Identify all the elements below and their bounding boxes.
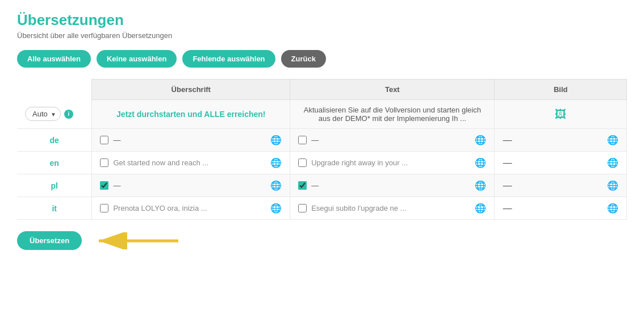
back-button[interactable]: Zurück [281,50,326,68]
select-all-button[interactable]: Alle auswählen [17,50,91,68]
image-dash: — [503,158,512,168]
text-cell: — 🌐 [290,129,495,152]
text-checkbox[interactable] [298,204,307,212]
text-cell: Esegui subito l'upgrade ne ... 🌐 [290,197,495,220]
heading-checkbox[interactable] [100,158,108,167]
arrow-indicator [93,232,184,249]
image-dash: — [503,181,512,191]
auto-row: Auto ▼ i Jetzt durchstarten und ALLE err… [17,100,627,129]
footer-area: Übersetzen [17,231,627,250]
text-content: Upgrade right away in your ... [311,158,470,167]
text-cell: — 🌐 [290,174,495,197]
text-checkbox[interactable] [298,158,307,167]
image-dash: — [503,203,512,214]
auto-select-cell[interactable]: Auto ▼ i [17,100,92,129]
table-row: it Prenota LOLYO ora, inizia ... 🌐 Esegu… [17,197,627,220]
heading-globe-icon[interactable]: 🌐 [270,157,282,168]
image-cell: — 🌐 [495,197,627,220]
auto-heading-cell: Jetzt durchstarten und ALLE erreichen! [92,100,290,129]
info-icon[interactable]: i [64,110,73,119]
image-globe-icon[interactable]: 🌐 [607,180,618,191]
image-globe-icon[interactable]: 🌐 [607,135,618,145]
heading-text: — [113,181,266,190]
heading-checkbox[interactable] [100,136,108,144]
table-row: pl — 🌐 — 🌐 — 🌐 [17,174,627,197]
table-row: de — 🌐 — 🌐 — 🌐 [17,129,627,152]
text-content: — [311,136,470,144]
image-cell: — 🌐 [495,174,627,197]
heading-cell: Get started now and reach ... 🌐 [92,152,290,174]
image-globe-icon[interactable]: 🌐 [607,157,618,168]
text-checkbox[interactable] [298,136,307,144]
text-globe-icon[interactable]: 🌐 [475,157,486,168]
toolbar: Alle auswählen Keine auswählen Fehlende … [17,50,627,68]
lang-label: de [17,129,92,152]
page-title: Übersetzungen [17,11,627,29]
auto-text-cell: Aktualisieren Sie auf die Vollversion un… [290,100,495,129]
table-row: en Get started now and reach ... 🌐 Upgra… [17,152,627,174]
col-image-header: Bild [495,80,627,100]
col-lang-header [17,80,92,100]
translate-button[interactable]: Übersetzen [17,231,82,250]
lang-label: pl [17,174,92,197]
auto-select[interactable]: Auto [25,107,61,121]
heading-checkbox[interactable] [100,204,108,212]
col-heading-header: Überschrift [92,80,290,100]
arrow-svg [93,232,184,249]
image-cell: — 🌐 [495,129,627,152]
text-globe-icon[interactable]: 🌐 [475,135,486,145]
col-text-header: Text [290,80,495,100]
heading-cell: — 🌐 [92,129,290,152]
heading-checkbox[interactable] [100,181,108,190]
image-dash: — [503,135,512,145]
lang-label: en [17,152,92,174]
text-globe-icon[interactable]: 🌐 [475,180,486,191]
text-cell: Upgrade right away in your ... 🌐 [290,152,495,174]
heading-cell: — 🌐 [92,174,290,197]
text-content: Esegui subito l'upgrade ne ... [311,204,470,212]
select-none-button[interactable]: Keine auswählen [97,50,177,68]
heading-globe-icon[interactable]: 🌐 [270,180,282,191]
text-globe-icon[interactable]: 🌐 [475,203,486,214]
image-globe-icon[interactable]: 🌐 [607,203,618,214]
lang-label: it [17,197,92,220]
text-checkbox[interactable] [298,181,307,190]
heading-globe-icon[interactable]: 🌐 [270,135,282,145]
heading-text: Get started now and reach ... [113,158,266,167]
heading-text: — [113,136,266,144]
auto-image-cell: 🖼 [495,100,627,129]
select-missing-button[interactable]: Fehlende auswählen [182,50,275,68]
heading-cell: Prenota LOLYO ora, inizia ... 🌐 [92,197,290,220]
page-subtitle: Übersicht über alle verfügbaren Übersetz… [17,31,627,40]
translations-table: Überschrift Text Bild Auto ▼ i Jetzt dur… [17,79,627,220]
heading-globe-icon[interactable]: 🌐 [270,203,282,214]
image-icon: 🖼 [555,108,566,120]
image-cell: — 🌐 [495,152,627,174]
heading-text: Prenota LOLYO ora, inizia ... [113,204,266,212]
text-content: — [311,181,470,190]
